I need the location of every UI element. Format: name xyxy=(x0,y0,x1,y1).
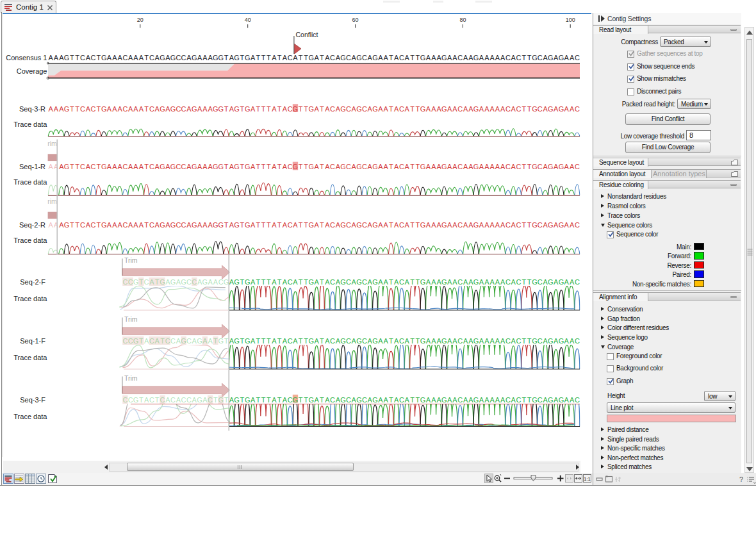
svg-text:AGTGATTTATACGTTGATACAGCAGCAGAA: AGTGATTTATACGTTGATACAGCAGCAGAATACATTGAAA… xyxy=(229,396,580,404)
svg-text:Seq-2-F: Seq-2-F xyxy=(20,278,45,286)
svg-text:Trace data: Trace data xyxy=(13,178,47,186)
svg-text:Trim: Trim xyxy=(124,374,138,382)
svg-text:CCGTACTCACACCAGACTGT: CCGTACTCACACCAGACTGT xyxy=(122,396,228,404)
svg-text:Trim: Trim xyxy=(124,256,138,264)
svg-text:100: 100 xyxy=(566,17,575,23)
svg-text:rim: rim xyxy=(47,140,57,147)
svg-text:CCGTCATGAGAGCCAGAACG: CCGTCATGAGAGCCAGAACG xyxy=(122,278,229,286)
svg-text:AAAGTTCACTGAAACAAATCAGAGCCAGAA: AAAGTTCACTGAAACAAATCAGAGCCAGAAAGGTAGTGAT… xyxy=(49,54,580,62)
svg-text:Trace data: Trace data xyxy=(13,413,47,420)
svg-text:Seq-3-F: Seq-3-F xyxy=(20,396,45,404)
svg-text:Seq-1-R: Seq-1-R xyxy=(19,163,45,170)
svg-text:Trace data: Trace data xyxy=(13,120,47,128)
svg-text:Seq-3-R: Seq-3-R xyxy=(19,105,45,113)
svg-text:40: 40 xyxy=(245,17,251,23)
svg-text:Trace data: Trace data xyxy=(13,295,47,302)
svg-text:AGTGATTTATACATTGATACAGCAGCAGAA: AGTGATTTATACATTGATACAGCAGCAGAATACATTGAAA… xyxy=(229,278,580,286)
svg-text:AAAGTTCACTGAAACAAATCAGAGCCAGAA: AAAGTTCACTGAAACAAATCAGAGCCAGAAAGGTAGTGAT… xyxy=(49,221,580,229)
svg-text:Seq-2-R: Seq-2-R xyxy=(19,221,45,229)
svg-text:AAAGTTCACTGAAACAAATCAGAGCCAGAA: AAAGTTCACTGAAACAAATCAGAGCCAGAAAGGTAGTGAT… xyxy=(49,105,580,113)
svg-text:Coverage: Coverage xyxy=(17,67,47,75)
svg-text:Trim: Trim xyxy=(124,315,138,323)
svg-text:Consensus 1: Consensus 1 xyxy=(6,54,47,62)
svg-text:CCGTACATCCAGCAGAATGT: CCGTACATCCAGCAGAATGT xyxy=(122,337,228,345)
svg-text:Seq-1-F: Seq-1-F xyxy=(20,337,45,345)
svg-text:Conflict: Conflict xyxy=(296,31,318,38)
svg-text:Trace data: Trace data xyxy=(13,354,47,361)
svg-text:60: 60 xyxy=(352,17,359,23)
svg-text:AAAGTTCACTGAAACAAATCAGAGCCAGAA: AAAGTTCACTGAAACAAATCAGAGCCAGAAAGGTAGTGAT… xyxy=(49,163,580,170)
svg-text:Trace data: Trace data xyxy=(13,236,47,244)
svg-text:rim: rim xyxy=(47,197,57,205)
svg-text:80: 80 xyxy=(459,17,466,23)
svg-text:AGTGATTTATACATTGATACAGCAGCAGAA: AGTGATTTATACATTGATACAGCAGCAGAATACATTGAAA… xyxy=(229,337,580,345)
svg-text:20: 20 xyxy=(137,17,144,23)
